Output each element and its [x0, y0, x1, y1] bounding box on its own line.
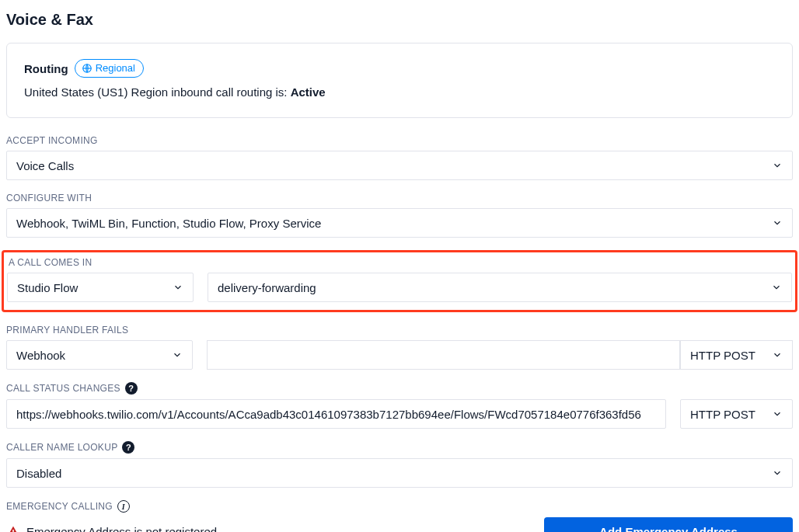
- call-status-changes-url-input-wrapper: [6, 399, 666, 429]
- call-status-changes-row: HTTP POST: [6, 399, 793, 429]
- routing-header: Routing Regional: [24, 59, 775, 78]
- warning-icon: [6, 525, 20, 533]
- primary-handler-fails-method-value: HTTP POST: [690, 349, 755, 362]
- accept-incoming-group: ACCEPT INCOMING Voice Calls: [6, 135, 793, 180]
- globe-icon: [82, 63, 92, 74]
- primary-handler-fails-url-input[interactable]: [217, 349, 670, 362]
- call-comes-in-handler-select[interactable]: Studio Flow: [7, 273, 194, 302]
- routing-status: United States (US1) Region inbound call …: [24, 85, 775, 99]
- chevron-down-icon: [173, 282, 183, 293]
- help-icon[interactable]: ?: [125, 382, 138, 395]
- call-status-changes-label: CALL STATUS CHANGES: [6, 383, 120, 394]
- configure-with-label: CONFIGURE WITH: [6, 193, 793, 203]
- call-comes-in-target-select[interactable]: delivery-forwarding: [208, 273, 792, 302]
- primary-handler-fails-label: PRIMARY HANDLER FAILS: [6, 325, 793, 336]
- regional-badge-label: Regional: [96, 61, 135, 75]
- add-emergency-address-button[interactable]: Add Emergency Address: [544, 517, 793, 532]
- caller-name-lookup-group: CALLER NAME LOOKUP ? Disabled: [6, 441, 793, 488]
- accept-incoming-value: Voice Calls: [16, 159, 74, 172]
- primary-handler-fails-handler-select[interactable]: Webhook: [6, 340, 193, 370]
- call-comes-in-row: Studio Flow delivery-forwarding: [7, 273, 792, 302]
- emergency-calling-label-row: EMERGENCY CALLING i: [6, 500, 793, 513]
- primary-handler-fails-url-input-wrapper: [207, 340, 680, 370]
- call-status-changes-method-select[interactable]: HTTP POST: [680, 399, 793, 429]
- caller-name-lookup-value: Disabled: [16, 467, 61, 480]
- routing-status-value: Active: [291, 85, 326, 99]
- chevron-down-icon: [772, 217, 783, 228]
- svg-rect-1: [12, 530, 14, 533]
- call-status-changes-url-input[interactable]: [16, 408, 656, 421]
- info-icon[interactable]: i: [117, 500, 130, 513]
- configure-with-group: CONFIGURE WITH Webhook, TwiML Bin, Funct…: [6, 193, 793, 238]
- configure-with-select[interactable]: Webhook, TwiML Bin, Function, Studio Flo…: [6, 208, 793, 238]
- caller-name-lookup-label-row: CALLER NAME LOOKUP ?: [6, 441, 793, 454]
- help-icon[interactable]: ?: [122, 441, 134, 454]
- emergency-warning-text: Emergency Address is not registered.: [26, 525, 220, 532]
- call-comes-in-target-value: delivery-forwarding: [218, 281, 316, 294]
- call-status-changes-group: CALL STATUS CHANGES ? HTTP POST: [6, 382, 793, 429]
- caller-name-lookup-select[interactable]: Disabled: [6, 458, 793, 488]
- call-status-changes-method-value: HTTP POST: [690, 408, 755, 421]
- routing-card: Routing Regional United States (US1) Reg…: [6, 43, 793, 118]
- page-title: Voice & Fax: [6, 11, 793, 29]
- routing-status-prefix: United States (US1) Region inbound call …: [24, 85, 291, 99]
- call-status-changes-label-row: CALL STATUS CHANGES ?: [6, 382, 793, 395]
- caller-name-lookup-label: CALLER NAME LOOKUP: [6, 442, 117, 453]
- chevron-down-icon: [172, 349, 183, 360]
- emergency-calling-group: EMERGENCY CALLING i Emergency Address is…: [6, 500, 793, 532]
- chevron-down-icon: [772, 160, 783, 171]
- emergency-warning: Emergency Address is not registered.: [6, 525, 220, 533]
- primary-handler-fails-url-method: HTTP POST: [207, 340, 793, 370]
- chevron-down-icon: [772, 468, 783, 478]
- configure-with-value: Webhook, TwiML Bin, Function, Studio Flo…: [16, 217, 321, 230]
- call-comes-in-label: A CALL COMES IN: [9, 257, 792, 268]
- call-comes-in-highlight: A CALL COMES IN Studio Flow delivery-for…: [2, 250, 797, 312]
- accept-incoming-select[interactable]: Voice Calls: [6, 151, 793, 180]
- call-comes-in-handler-value: Studio Flow: [17, 281, 78, 294]
- regional-badge[interactable]: Regional: [75, 59, 144, 78]
- routing-heading: Routing: [24, 62, 68, 75]
- chevron-down-icon: [772, 409, 783, 419]
- accept-incoming-label: ACCEPT INCOMING: [6, 135, 793, 146]
- primary-handler-fails-handler-value: Webhook: [16, 349, 65, 362]
- emergency-row: Emergency Address is not registered. Add…: [6, 517, 793, 532]
- chevron-down-icon: [771, 282, 782, 293]
- primary-handler-fails-method-select[interactable]: HTTP POST: [680, 340, 793, 370]
- chevron-down-icon: [772, 349, 783, 360]
- emergency-calling-label: EMERGENCY CALLING: [6, 501, 113, 512]
- primary-handler-fails-row: Webhook HTTP POST: [6, 340, 793, 370]
- primary-handler-fails-group: PRIMARY HANDLER FAILS Webhook HTTP POST: [6, 325, 793, 370]
